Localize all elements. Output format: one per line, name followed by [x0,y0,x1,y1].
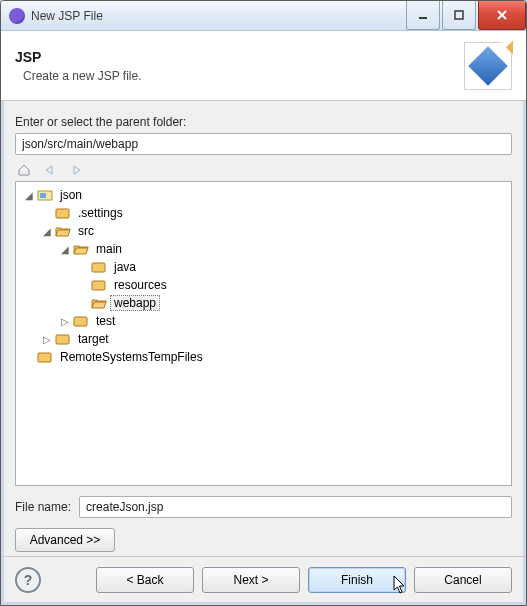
tree-label: json [56,187,86,203]
button-bar: ? < Back Next > Finish Cancel [1,556,526,605]
tree-node-test[interactable]: ▷ test [18,312,509,330]
parent-folder-input[interactable] [15,133,512,155]
folder-icon [90,278,108,292]
forward-arrow-icon[interactable] [67,161,85,179]
folder-icon [36,350,54,364]
window-controls [404,1,526,30]
folder-open-icon [54,224,72,238]
wizard-body: Enter or select the parent folder: ◢ jso… [1,101,526,556]
tree-toolbar [15,161,512,179]
svg-rect-11 [38,353,51,362]
file-name-label: File name: [15,500,71,514]
maximize-button[interactable] [442,1,476,30]
tree-node-target[interactable]: ▷ target [18,330,509,348]
expand-icon[interactable]: ▷ [58,316,72,327]
tree-node-remote[interactable]: RemoteSystemsTempFiles [18,348,509,366]
titlebar[interactable]: New JSP File [1,1,526,31]
file-name-input[interactable] [79,496,512,518]
folder-open-icon [72,242,90,256]
finish-button[interactable]: Finish [308,567,406,593]
eclipse-icon [9,8,25,24]
home-icon[interactable] [15,161,33,179]
svg-line-2 [498,11,506,19]
project-icon [36,188,54,202]
collapse-icon[interactable]: ◢ [22,190,36,201]
tree-node-settings[interactable]: .settings [18,204,509,222]
minimize-button[interactable] [406,1,440,30]
window-title: New JSP File [31,9,404,23]
tree-node-json[interactable]: ◢ json [18,186,509,204]
parent-folder-label: Enter or select the parent folder: [15,115,512,129]
tree-label: main [92,241,126,257]
collapse-icon[interactable]: ◢ [58,244,72,255]
folder-icon [72,314,90,328]
svg-rect-9 [74,317,87,326]
jsp-file-icon [464,42,512,90]
file-name-row: File name: [15,496,512,518]
cancel-button[interactable]: Cancel [414,567,512,593]
svg-rect-7 [92,263,105,272]
tree-label: java [110,259,140,275]
banner-subtitle: Create a new JSP file. [23,69,142,83]
tree-label: test [92,313,119,329]
next-button[interactable]: Next > [202,567,300,593]
tree-label: .settings [74,205,127,221]
close-button[interactable] [478,1,526,30]
folder-icon [54,206,72,220]
advanced-button[interactable]: Advanced >> [15,528,115,552]
tree-node-src[interactable]: ◢ src [18,222,509,240]
folder-icon [54,332,72,346]
tree-node-main[interactable]: ◢ main [18,240,509,258]
dialog-window: New JSP File JSP Create a new JSP file. … [0,0,527,606]
tree-node-webapp[interactable]: webapp [18,294,509,312]
svg-rect-5 [40,193,46,198]
tree-label: target [74,331,113,347]
svg-rect-1 [455,11,463,19]
help-button[interactable]: ? [15,567,41,593]
tree-label: src [74,223,98,239]
tree-label: webapp [110,295,160,311]
svg-rect-8 [92,281,105,290]
tree-node-java[interactable]: java [18,258,509,276]
folder-icon [90,260,108,274]
svg-line-3 [498,11,506,19]
back-arrow-icon[interactable] [41,161,59,179]
collapse-icon[interactable]: ◢ [40,226,54,237]
tree-node-resources[interactable]: resources [18,276,509,294]
expand-icon[interactable]: ▷ [40,334,54,345]
svg-rect-6 [56,209,69,218]
tree-label: resources [110,277,171,293]
folder-open-icon [90,296,108,310]
folder-tree[interactable]: ◢ json .settings ◢ src ◢ main [15,181,512,486]
wizard-banner: JSP Create a new JSP file. [1,31,526,101]
svg-rect-10 [56,335,69,344]
tree-label: RemoteSystemsTempFiles [56,349,207,365]
banner-title: JSP [15,49,142,65]
back-button[interactable]: < Back [96,567,194,593]
